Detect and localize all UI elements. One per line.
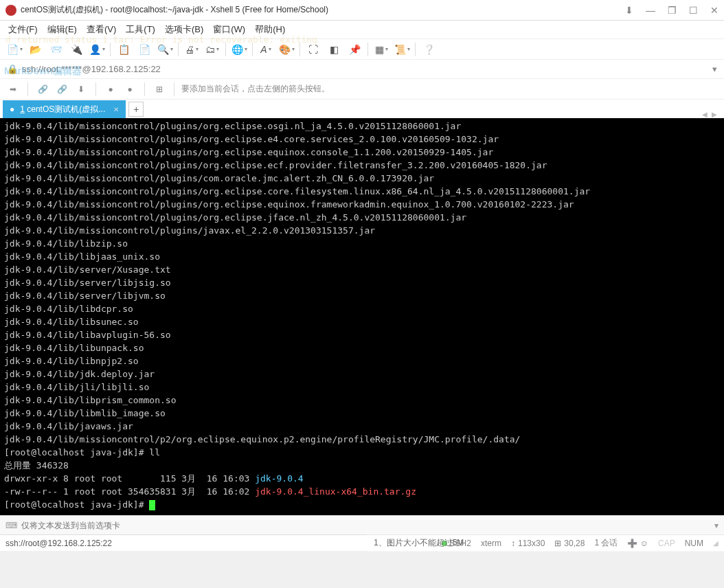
sess-tool-6[interactable]: ⊞ <box>152 82 167 97</box>
layout-button[interactable]: ▦ <box>372 41 390 58</box>
tab-prev[interactable]: ◀ <box>702 111 708 118</box>
profile-button[interactable]: 👤 <box>88 41 106 58</box>
tab-session-1[interactable]: ● 1 centOS测试机(虚拟... ✕ <box>3 100 126 118</box>
separator <box>110 43 111 56</box>
encoding-button[interactable]: 🌐 <box>230 41 248 58</box>
bottom-overlay: 1、图片大小不能超过5M <box>367 533 724 552</box>
color-button[interactable]: 🎨 <box>278 41 295 58</box>
properties-button[interactable]: 🗂 <box>203 41 221 58</box>
separator <box>299 43 300 56</box>
sess-tool-2[interactable]: 🔗 <box>54 82 69 97</box>
script-button[interactable]: 📜 <box>393 41 411 58</box>
menu-window[interactable]: 窗口(W) <box>213 23 245 36</box>
ontop-button[interactable]: 📌 <box>346 41 363 58</box>
lock-icon: 🔒 <box>7 64 18 74</box>
tab-next[interactable]: ▶ <box>712 111 717 118</box>
main-toolbar: 📄 📂 📨 🔌 👤 📋 📄 🔍 🖨 🗂 🌐 A 🎨 ⛶ ◧ 📌 ▦ 📜 ❔ <box>0 38 724 59</box>
menu-tools[interactable]: 工具(T) <box>126 23 155 36</box>
add-session-button[interactable]: ➡ <box>5 82 21 97</box>
find-button[interactable]: 🔍 <box>156 41 174 58</box>
address-bar: 🔒 ssh://root:******@192.168.2.125:22 ▾ <box>0 59 724 78</box>
session-hint: 要添加当前会话，点击左侧的箭头按钮。 <box>181 83 330 95</box>
window-title: centOS测试机(虚拟机) - root@localhost:~/java-j… <box>21 4 625 16</box>
tab-label: 1 centOS测试机(虚拟... <box>20 104 105 115</box>
restore-button[interactable]: ❐ <box>668 5 677 16</box>
separator <box>225 43 226 56</box>
session-toolbar: ➡ 🔗 🔗 ⬇ ● ● ⊞ 要添加当前会话，点击左侧的箭头按钮。 <box>0 78 724 99</box>
separator <box>174 82 174 96</box>
send-button[interactable]: 📨 <box>47 41 65 58</box>
input-dropdown[interactable]: ▾ <box>714 521 719 530</box>
sess-tool-4[interactable]: ● <box>103 82 118 97</box>
terminal[interactable]: jdk-9.0.4/lib/missioncontrol/plugins/org… <box>0 118 724 515</box>
input-bar: ⌨ ▾ <box>0 515 724 534</box>
copy-button[interactable]: 📋 <box>115 41 133 58</box>
close-button[interactable]: ✕ <box>710 5 719 16</box>
font-button[interactable]: A <box>257 41 275 58</box>
separator <box>27 82 28 96</box>
separator <box>178 43 179 56</box>
print-button[interactable]: 🖨 <box>183 41 201 58</box>
maximize-button[interactable]: ☐ <box>689 5 698 16</box>
sess-tool-1[interactable]: 🔗 <box>35 82 50 97</box>
separator <box>252 43 253 56</box>
new-session-button[interactable]: 📄 <box>5 41 23 58</box>
menu-view[interactable]: 查看(V) <box>87 23 116 36</box>
paste-button[interactable]: 📄 <box>135 41 153 58</box>
menu-file[interactable]: 文件(F) <box>8 23 38 36</box>
window-controls: ⬇ ― ❐ ☐ ✕ <box>625 5 719 16</box>
minimize-button[interactable]: ― <box>646 5 655 16</box>
overlay-text: 1、图片大小不能超过5M <box>374 537 464 549</box>
separator <box>367 43 368 56</box>
tab-indicator: ● <box>10 104 14 114</box>
tab-close-icon[interactable]: ✕ <box>113 106 119 113</box>
help-button[interactable]: ❔ <box>420 41 438 58</box>
separator <box>95 82 96 96</box>
reconnect-button[interactable]: 🔌 <box>67 41 85 58</box>
menu-edit[interactable]: 编辑(E) <box>47 23 77 36</box>
tab-nav: ◀ ▶ <box>702 111 721 118</box>
command-input[interactable] <box>21 521 710 530</box>
app-icon <box>5 5 16 16</box>
menu-tabs[interactable]: 选项卡(B) <box>165 23 203 36</box>
address-dropdown[interactable]: ▾ <box>712 64 717 74</box>
transparency-button[interactable]: ◧ <box>325 41 343 58</box>
sess-tool-5[interactable]: ● <box>122 82 137 97</box>
fullscreen-button[interactable]: ⛶ <box>304 41 322 58</box>
titlebar: centOS测试机(虚拟机) - root@localhost:~/java-j… <box>0 0 724 21</box>
menubar: 文件(F) 编辑(E) 查看(V) 工具(T) 选项卡(B) 窗口(W) 帮助(… <box>0 21 724 38</box>
open-button[interactable]: 📂 <box>26 41 44 58</box>
input-icon: ⌨ <box>5 521 17 530</box>
address-text[interactable]: ssh://root:******@192.168.2.125:22 <box>22 64 161 74</box>
menu-help[interactable]: 帮助(H) <box>255 23 285 36</box>
separator <box>144 82 145 96</box>
separator <box>415 43 416 56</box>
add-tab-button[interactable]: + <box>128 102 144 117</box>
download-icon[interactable]: ⬇ <box>625 5 633 16</box>
tab-bar: ● 1 centOS测试机(虚拟... ✕ + ◀ ▶ <box>0 99 724 118</box>
sess-tool-3[interactable]: ⬇ <box>73 82 89 97</box>
